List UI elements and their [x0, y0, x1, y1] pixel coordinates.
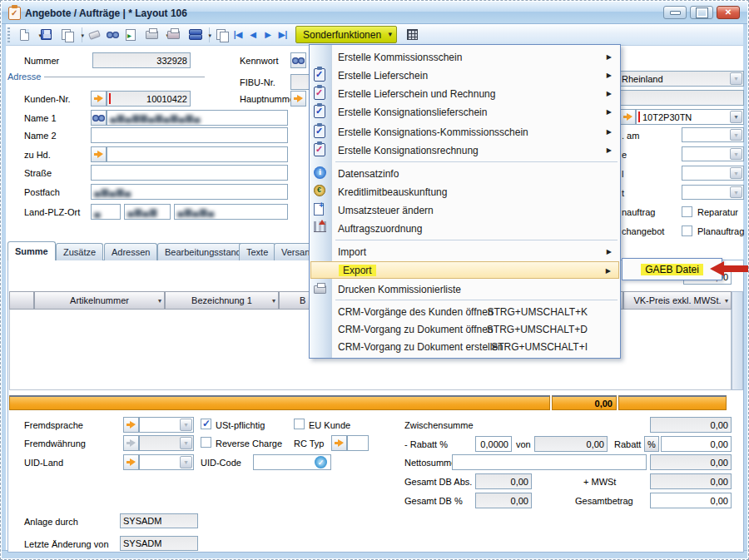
toolbar-grip[interactable]: [7, 27, 10, 42]
region-combo[interactable]: Rheinland: [618, 71, 744, 87]
tab-summe[interactable]: Summe: [7, 241, 56, 260]
menu-item-erstelle-konsignationslieferschein[interactable]: Erstelle Konsignationslieferschein: [310, 103, 619, 121]
land-field[interactable]: ▄: [91, 204, 121, 220]
menu-item-drucken-kommissionierliste[interactable]: Drucken Kommissionierliste: [310, 280, 619, 299]
rabatt-field[interactable]: 0,00: [661, 436, 732, 452]
grid-scrollbar[interactable]: [732, 291, 743, 390]
chevron-down-icon[interactable]: ▾: [272, 297, 275, 305]
new-document-button[interactable]: ▾: [13, 27, 36, 43]
sonderfunktionen-menu-button[interactable]: Sonderfunktionen: [295, 26, 397, 43]
menu-item-erstelle-konsignations-kommissionsschein[interactable]: Erstelle Konsignations-Kommissionsschein: [310, 123, 619, 141]
kunden-nr-field[interactable]: 10010422: [107, 91, 191, 107]
grid-column-vk-preis[interactable]: VK-Preis exkl. MWSt.▾: [623, 291, 732, 310]
rabatt-percent-button[interactable]: %: [644, 436, 659, 452]
delete-button[interactable]: [86, 27, 102, 43]
reparatur-checkbox[interactable]: [682, 206, 692, 217]
reverse-charge-checkbox[interactable]: [201, 437, 211, 448]
chevron-down-icon[interactable]: ▾: [725, 297, 728, 305]
menu-item-auftragszuordnung[interactable]: Auftragszuordnung: [310, 220, 619, 238]
window-border-left: [2, 24, 6, 550]
gesamtbetrag-field[interactable]: 0,00: [650, 493, 732, 508]
grid-selector-column-header[interactable]: [9, 291, 34, 310]
tab-bearbeitungsstand[interactable]: Bearbeitungsstand: [157, 243, 249, 260]
table-view-button[interactable]: [404, 27, 420, 43]
ust-pflichtig-checkbox[interactable]: [201, 419, 211, 429]
close-button[interactable]: [717, 6, 740, 19]
menu-item-crm-vorgaenge-des-kunden-oeffnen[interactable]: CRM-Vorgänge des Kunden öffnenSTRG+UMSCH…: [310, 303, 619, 321]
menu-item-kreditlimitbeauskunftung[interactable]: Kreditlimitbeauskunftung: [310, 183, 619, 201]
menu-item-export[interactable]: Export: [310, 261, 619, 279]
kennwort-search-button[interactable]: [290, 52, 306, 68]
tab-adressen[interactable]: Adressen: [104, 243, 157, 260]
fremdsprache-link-button[interactable]: [123, 417, 139, 433]
plz-field[interactable]: ▄▆▄▆: [124, 204, 171, 220]
combo-2[interactable]: [682, 146, 744, 161]
chevron-down-icon[interactable]: [180, 456, 192, 468]
tab-zusaetze[interactable]: Zusätze: [56, 243, 103, 260]
menu-item-label: Erstelle Konsignationsrechnung: [338, 145, 479, 156]
nav-next-button[interactable]: ▶: [261, 27, 275, 43]
chevron-down-icon[interactable]: ▾: [158, 297, 161, 305]
nav-previous-button[interactable]: ◀: [246, 27, 260, 43]
print-preview-button[interactable]: [165, 27, 181, 43]
combo-4[interactable]: [682, 185, 744, 200]
chevron-down-icon[interactable]: [730, 111, 742, 123]
menu-item-crm-vorgang-zu-dokument-oeffnen[interactable]: CRM-Vorgang zu Dokument öffnenSTRG+UMSCH…: [310, 320, 619, 339]
fremdsprache-combo[interactable]: [139, 417, 194, 433]
chevron-down-icon[interactable]: [730, 148, 742, 160]
uid-land-link-button[interactable]: [123, 454, 139, 470]
search-button[interactable]: [104, 27, 121, 43]
hauptnummer-link-button[interactable]: [290, 91, 306, 107]
chevron-down-icon[interactable]: [730, 186, 742, 198]
duplicate-button[interactable]: [213, 27, 230, 43]
save-button[interactable]: [37, 27, 54, 43]
chevron-down-icon[interactable]: [730, 167, 742, 179]
eu-kunde-checkbox[interactable]: [294, 419, 305, 429]
import-button[interactable]: [122, 27, 139, 43]
submenu-item-gaeb-datei[interactable]: GAEB Datei: [641, 264, 703, 275]
nav-first-button[interactable]: |◀: [231, 27, 245, 43]
grid-column-bezeichnung1[interactable]: Bezeichnung 1▾: [165, 291, 279, 310]
nettosumme-input-field[interactable]: [452, 454, 647, 470]
chevron-down-icon[interactable]: [730, 129, 742, 141]
menu-item-erstelle-konsignationsrechnung[interactable]: Erstelle Konsignationsrechnung: [310, 141, 619, 160]
rc-typ-link-button[interactable]: [331, 435, 347, 451]
menu-item-import[interactable]: Import: [310, 243, 619, 261]
rabatt-pct-field[interactable]: 0,0000: [475, 436, 512, 452]
zu-hd-field[interactable]: [107, 146, 288, 162]
menu-item-crm-vorgang-zu-dokument-erstellen[interactable]: CRM-Vorgang zu Dokument erstellenSTRG+UM…: [310, 338, 619, 356]
chevron-down-icon[interactable]: [180, 419, 192, 431]
combo-3[interactable]: [682, 166, 744, 181]
chevron-down-icon[interactable]: [730, 72, 742, 85]
zu-hd-link-button[interactable]: [91, 146, 107, 162]
planauftrag-checkbox[interactable]: [682, 225, 692, 236]
rc-typ-field[interactable]: [347, 435, 369, 451]
import-icon: [126, 29, 136, 41]
name1-field[interactable]: ▄▆▄▆▆▄▆▄▆▄▆▄: [107, 110, 288, 126]
print-button[interactable]: ▾: [141, 27, 163, 43]
menu-item-umsatzsteuer-aendern[interactable]: Umsatzsteuer ändern: [310, 201, 619, 220]
maximize-button[interactable]: [690, 6, 713, 19]
name1-search-button[interactable]: [91, 110, 107, 126]
menu-item-erstelle-kommissionsschein[interactable]: Erstelle Kommissionsschein: [310, 48, 619, 67]
code-link-button[interactable]: [620, 109, 636, 125]
menu-item-datensatzinfo[interactable]: Datensatzinfo: [310, 165, 619, 183]
zwischensumme-value: 0,00: [711, 420, 728, 430]
code-combo[interactable]: 10T2P30TN: [636, 109, 744, 125]
uid-code-validate-icon[interactable]: [315, 456, 327, 468]
date-combo-1[interactable]: [682, 127, 744, 142]
copy-button[interactable]: ▾: [56, 27, 78, 43]
postfach-field[interactable]: ▄▆▄▆▄: [91, 184, 288, 200]
menu-item-erstelle-lieferschein-und-rechnung[interactable]: Erstelle Lieferschein und Rechnung: [310, 85, 619, 103]
menu-item-erstelle-lieferschein[interactable]: Erstelle Lieferschein: [310, 67, 619, 85]
uid-land-combo[interactable]: [139, 454, 194, 470]
kunden-nr-link-button[interactable]: [91, 91, 107, 107]
minimize-button[interactable]: [663, 6, 687, 19]
nav-last-button[interactable]: ▶|: [276, 27, 290, 43]
name2-field[interactable]: [91, 127, 288, 143]
grid-column-artikelnummer[interactable]: Artikelnummer▾: [34, 291, 165, 310]
tab-texte[interactable]: Texte: [239, 243, 275, 260]
strasse-field[interactable]: [91, 165, 288, 181]
ort-field[interactable]: ▄▆▄▆▄: [174, 204, 288, 220]
layout-button[interactable]: ▾: [183, 27, 206, 43]
